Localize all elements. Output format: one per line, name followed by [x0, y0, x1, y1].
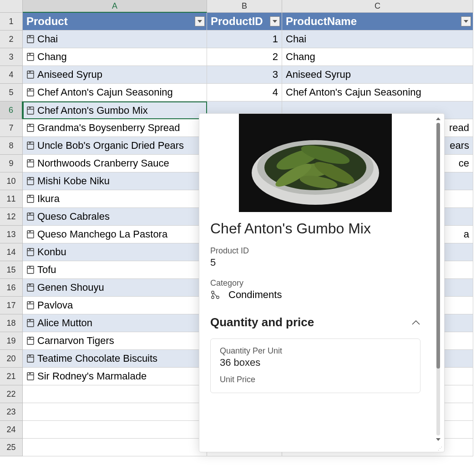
- product-id-label: Product ID: [210, 246, 420, 256]
- cell[interactable]: Uncle Bob's Organic Dried Pears: [23, 137, 207, 155]
- data-type-icon: [26, 141, 35, 151]
- row-header[interactable]: 23: [0, 403, 23, 421]
- row-header[interactable]: 20: [0, 350, 23, 368]
- cell[interactable]: Konbu: [23, 243, 207, 261]
- data-type-icon: [26, 176, 35, 186]
- data-type-icon: [26, 371, 35, 381]
- resize-handle-icon[interactable]: ⋰: [438, 446, 442, 451]
- scroll-thumb[interactable]: [436, 123, 440, 369]
- row-header[interactable]: 6: [0, 101, 23, 119]
- data-type-icon: [26, 34, 35, 44]
- cell[interactable]: Mishi Kobe Niku: [23, 172, 207, 190]
- row-header[interactable]: 14: [0, 243, 23, 261]
- cell[interactable]: Northwoods Cranberry Sauce: [23, 155, 207, 172]
- cell[interactable]: Chai: [23, 30, 207, 48]
- scroll-down-arrow[interactable]: [435, 436, 441, 443]
- cell[interactable]: Queso Cabrales: [23, 208, 207, 226]
- category-label: Category: [210, 278, 420, 288]
- row-header[interactable]: 4: [0, 66, 23, 84]
- data-type-icon: [26, 106, 35, 116]
- data-type-icon: [26, 318, 35, 328]
- row-header[interactable]: 22: [0, 385, 23, 403]
- cell[interactable]: Teatime Chocolate Biscuits: [23, 350, 207, 368]
- cell[interactable]: Genen Shouyu: [23, 279, 207, 297]
- row-header[interactable]: 1: [0, 13, 23, 30]
- column-header-B[interactable]: B: [207, 0, 282, 13]
- filter-button[interactable]: [195, 16, 205, 26]
- cell[interactable]: 4: [207, 84, 282, 101]
- cell[interactable]: Tofu: [23, 261, 207, 279]
- cell[interactable]: Chang: [282, 48, 473, 66]
- cell[interactable]: Aniseed Syrup: [282, 66, 473, 84]
- row-header[interactable]: 17: [0, 297, 23, 314]
- cell[interactable]: Grandma's Boysenberry Spread: [23, 119, 207, 137]
- header-product: Product: [26, 15, 68, 28]
- cell[interactable]: Chef Anton's Cajun Seasoning: [23, 84, 207, 101]
- qpu-label: Quantity Per Unit: [220, 346, 411, 356]
- scroll-up-arrow[interactable]: [435, 116, 441, 122]
- cell[interactable]: 1: [207, 30, 282, 48]
- cell[interactable]: Queso Manchego La Pastora: [23, 226, 207, 243]
- linked-data-icon: [210, 290, 220, 300]
- filter-button[interactable]: [461, 16, 471, 26]
- data-type-icon: [26, 87, 35, 97]
- row-header[interactable]: 25: [0, 439, 23, 456]
- data-type-icon: [26, 194, 35, 204]
- cell[interactable]: Pavlova: [23, 297, 207, 314]
- row-header[interactable]: 15: [0, 261, 23, 279]
- cell[interactable]: [23, 421, 207, 439]
- filter-button[interactable]: [270, 16, 280, 26]
- cell[interactable]: Aniseed Syrup: [23, 66, 207, 84]
- row-header[interactable]: 2: [0, 30, 23, 48]
- row-header[interactable]: 16: [0, 279, 23, 297]
- cell[interactable]: Product: [23, 13, 207, 30]
- row-header[interactable]: 7: [0, 119, 23, 137]
- cell[interactable]: [23, 385, 207, 403]
- data-type-icon: [26, 336, 35, 346]
- row-header[interactable]: 24: [0, 421, 23, 439]
- section-quantity-price[interactable]: Quantity and price: [210, 315, 420, 329]
- cell[interactable]: 3: [207, 66, 282, 84]
- row-header[interactable]: 3: [0, 48, 23, 66]
- row-header[interactable]: 9: [0, 155, 23, 172]
- data-type-icon: [26, 158, 35, 168]
- column-header-A[interactable]: A: [23, 0, 207, 13]
- row-header[interactable]: 19: [0, 332, 23, 350]
- row-header[interactable]: 18: [0, 314, 23, 332]
- category-value[interactable]: Condiments: [228, 289, 282, 301]
- row-header[interactable]: 13: [0, 226, 23, 243]
- cell[interactable]: ProductName: [282, 13, 473, 30]
- cell[interactable]: 2: [207, 48, 282, 66]
- cell[interactable]: Carnarvon Tigers: [23, 332, 207, 350]
- cell[interactable]: Chai: [282, 30, 473, 48]
- data-type-icon: [26, 212, 35, 222]
- cell[interactable]: Alice Mutton: [23, 314, 207, 332]
- row-header[interactable]: 8: [0, 137, 23, 155]
- svg-point-32: [212, 296, 214, 299]
- data-type-icon: [26, 283, 35, 293]
- row-header[interactable]: 11: [0, 190, 23, 208]
- data-type-icon: [26, 247, 35, 257]
- card-scrollbar[interactable]: [434, 116, 442, 443]
- card-title: Chef Anton's Gumbo Mix: [210, 220, 420, 237]
- data-type-icon: [26, 123, 35, 133]
- column-header-C[interactable]: C: [282, 0, 473, 13]
- header-productid: ProductID: [211, 15, 263, 28]
- select-all-corner[interactable]: [0, 0, 23, 13]
- cell[interactable]: [23, 403, 207, 421]
- cell[interactable]: Chang: [23, 48, 207, 66]
- cell[interactable]: Sir Rodney's Marmalade: [23, 368, 207, 385]
- cell[interactable]: [23, 439, 207, 456]
- row-header[interactable]: 10: [0, 172, 23, 190]
- cell[interactable]: Ikura: [23, 190, 207, 208]
- data-type-icon: [26, 70, 35, 80]
- unit-price-label: Unit Price: [220, 375, 411, 384]
- row-header[interactable]: 21: [0, 368, 23, 385]
- row-header[interactable]: 12: [0, 208, 23, 226]
- scroll-track[interactable]: [436, 123, 440, 435]
- cell[interactable]: Chef Anton's Gumbo Mix: [23, 101, 207, 119]
- cell[interactable]: Chef Anton's Cajun Seasoning: [282, 84, 473, 101]
- data-type-icon: [26, 265, 35, 275]
- row-header[interactable]: 5: [0, 84, 23, 101]
- cell[interactable]: ProductID: [207, 13, 282, 30]
